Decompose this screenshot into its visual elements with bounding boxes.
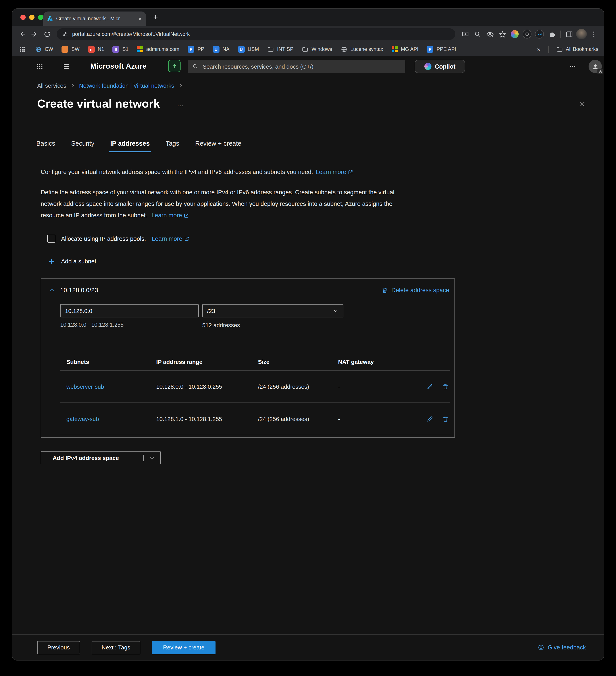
bookmarks-bar: CW SW n N1 S S1 admin.ms.com P PP xyxy=(12,43,604,56)
next-tags-button[interactable]: Next : Tags xyxy=(91,641,140,654)
url-text: portal.azure.com/#create/Microsoft.Virtu… xyxy=(72,31,190,37)
address-bar[interactable]: portal.azure.com/#create/Microsoft.Virtu… xyxy=(57,28,455,40)
delete-subnet-icon[interactable] xyxy=(442,415,449,422)
subnet-range: 10.128.0.0 - 10.128.0.255 xyxy=(156,383,258,390)
tab-ip-addresses[interactable]: IP addresses xyxy=(110,140,149,152)
intro-sentence: Configure your virtual network address s… xyxy=(41,169,313,175)
bookmarks-divider xyxy=(548,46,549,53)
add-ipv4-label: Add IPv4 address space xyxy=(41,454,143,461)
external-link-icon xyxy=(184,236,189,241)
apps-grid-icon[interactable] xyxy=(18,45,26,54)
screenshot-stage: Create virtual network - Micr xyxy=(0,0,616,676)
breadcrumb-all-services[interactable]: All services xyxy=(37,82,66,89)
bookmark-item[interactable]: INT SP xyxy=(267,46,293,52)
minimize-window-button[interactable] xyxy=(29,15,35,20)
give-feedback-link[interactable]: Give feedback xyxy=(538,644,586,651)
address-count-hint: 512 addresses xyxy=(202,322,240,329)
bookmark-item[interactable]: U NA xyxy=(212,46,230,52)
tab-review-create[interactable]: Review + create xyxy=(195,140,241,152)
extension-2-icon[interactable] xyxy=(521,28,533,40)
back-icon[interactable] xyxy=(16,28,28,40)
save-share-icon[interactable] xyxy=(459,28,471,40)
side-panel-icon[interactable] xyxy=(563,28,575,40)
zoom-window-button[interactable] xyxy=(38,15,43,20)
site-settings-icon[interactable] xyxy=(62,31,68,37)
forward-icon[interactable] xyxy=(28,28,41,40)
square-icon: P xyxy=(427,46,433,52)
close-blade-icon[interactable] xyxy=(579,100,586,107)
bookmark-star-icon[interactable] xyxy=(496,28,508,40)
edit-subnet-icon[interactable] xyxy=(427,415,433,422)
chevron-down-icon[interactable] xyxy=(144,455,160,461)
bookmark-item[interactable]: P PP xyxy=(188,46,204,52)
reload-icon[interactable] xyxy=(41,28,53,40)
add-subnet-button[interactable]: Add a subnet xyxy=(48,258,604,265)
bookmark-item[interactable]: P PPE API xyxy=(427,46,456,52)
learn-more-link[interactable]: Learn more xyxy=(151,210,189,221)
tab-close-icon[interactable] xyxy=(138,16,142,21)
learn-more-link[interactable]: Learn more xyxy=(152,235,189,242)
subnet-name-link[interactable]: gateway-sub xyxy=(60,415,156,422)
review-create-button[interactable]: Review + create xyxy=(152,641,215,654)
toolbar-divider xyxy=(560,31,561,38)
bookmark-item[interactable]: MG API xyxy=(392,46,418,52)
extension-1-icon[interactable] xyxy=(508,28,521,40)
trash-icon xyxy=(382,287,388,293)
delete-address-space-button[interactable]: Delete address space xyxy=(382,287,449,293)
subnet-name-link[interactable]: webserver-sub xyxy=(60,383,156,390)
password-eye-off-icon[interactable] xyxy=(484,28,496,40)
new-tab-button[interactable] xyxy=(152,14,159,20)
square-icon: n xyxy=(88,46,95,52)
prefix-select[interactable]: /23 xyxy=(202,304,344,318)
add-ipv4-address-space-button[interactable]: Add IPv4 address space xyxy=(41,451,161,464)
title-row: Create virtual network … xyxy=(37,97,586,111)
browser-toolbar: portal.azure.com/#create/Microsoft.Virtu… xyxy=(12,26,604,43)
tab-basics[interactable]: Basics xyxy=(36,140,55,152)
zoom-icon[interactable] xyxy=(471,28,484,40)
bookmarks-overflow-chevron[interactable]: » xyxy=(537,46,541,53)
extensions-puzzle-icon[interactable] xyxy=(546,28,558,40)
tab-tags[interactable]: Tags xyxy=(166,140,179,152)
bookmark-item[interactable]: Lucene syntax xyxy=(341,46,383,52)
edit-subnet-icon[interactable] xyxy=(427,383,433,390)
bookmark-item[interactable]: S S1 xyxy=(113,46,129,52)
all-bookmarks-label: All Bookmarks xyxy=(566,47,598,52)
allocate-checkbox[interactable] xyxy=(47,235,55,242)
browser-menu-icon[interactable] xyxy=(588,28,600,40)
address-space-input[interactable] xyxy=(60,304,199,318)
all-bookmarks-button[interactable]: All Bookmarks xyxy=(556,46,598,52)
breadcrumb-virtual-networks[interactable]: Network foundation | Virtual networks xyxy=(79,82,174,89)
collapse-chevron-icon[interactable] xyxy=(49,287,55,293)
title-more-icon[interactable]: … xyxy=(177,100,184,108)
subnet-size: /24 (256 addresses) xyxy=(258,383,338,390)
tab-strip: Create virtual network - Micr xyxy=(12,9,604,26)
subnet-range: 10.128.1.0 - 10.128.1.255 xyxy=(156,415,258,422)
col-subnets: Subnets xyxy=(60,358,156,365)
previous-button[interactable]: Previous xyxy=(37,641,80,654)
square-icon: U xyxy=(212,46,219,52)
subnet-size: /24 (256 addresses) xyxy=(258,415,338,422)
close-window-button[interactable] xyxy=(20,15,26,20)
bookmark-item[interactable]: CW xyxy=(35,46,53,52)
delete-subnet-icon[interactable] xyxy=(442,383,449,390)
bookmark-label: Windows xyxy=(312,47,332,52)
globe-icon xyxy=(341,46,347,52)
bookmark-item[interactable]: U USM xyxy=(238,46,259,52)
address-range-hint: 10.128.0.0 - 10.128.1.255 xyxy=(60,322,202,329)
learn-more-link[interactable]: Learn more xyxy=(316,169,353,175)
extension-3-icon[interactable] xyxy=(533,28,546,40)
square-icon: S xyxy=(113,46,119,52)
bookmark-label: PPE API xyxy=(437,47,456,52)
bookmark-item[interactable]: n N1 xyxy=(88,46,104,52)
wizard-footer: Previous Next : Tags Review + create Giv… xyxy=(12,634,604,660)
bookmark-item[interactable]: SW xyxy=(62,46,79,52)
azure-portal: Microsoft Azure Copilot xyxy=(12,56,604,660)
bookmark-item[interactable]: Windows xyxy=(302,46,332,52)
description-text: Define the address space of your virtual… xyxy=(41,187,415,221)
browser-profile-avatar[interactable] xyxy=(575,28,588,40)
tab-security[interactable]: Security xyxy=(71,140,94,152)
address-space-inputs: /23 xyxy=(60,304,344,318)
browser-tab[interactable]: Create virtual network - Micr xyxy=(43,11,146,26)
bookmark-item[interactable]: admin.ms.com xyxy=(137,46,179,52)
allocate-label: Allocate using IP address pools. xyxy=(61,235,146,242)
